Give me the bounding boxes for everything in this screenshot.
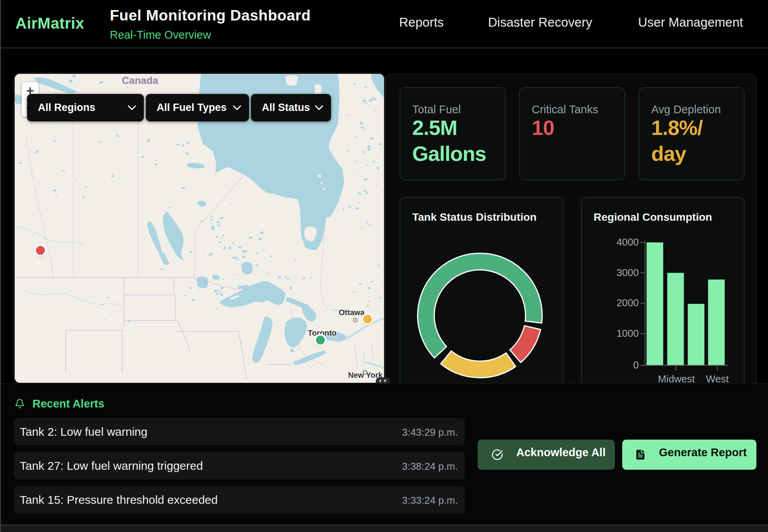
- svg-text:2000: 2000: [616, 297, 639, 309]
- svg-text:0: 0: [633, 359, 639, 371]
- svg-text:3000: 3000: [616, 267, 639, 278]
- svg-text:4000: 4000: [616, 236, 639, 248]
- svg-text:1000: 1000: [616, 327, 639, 339]
